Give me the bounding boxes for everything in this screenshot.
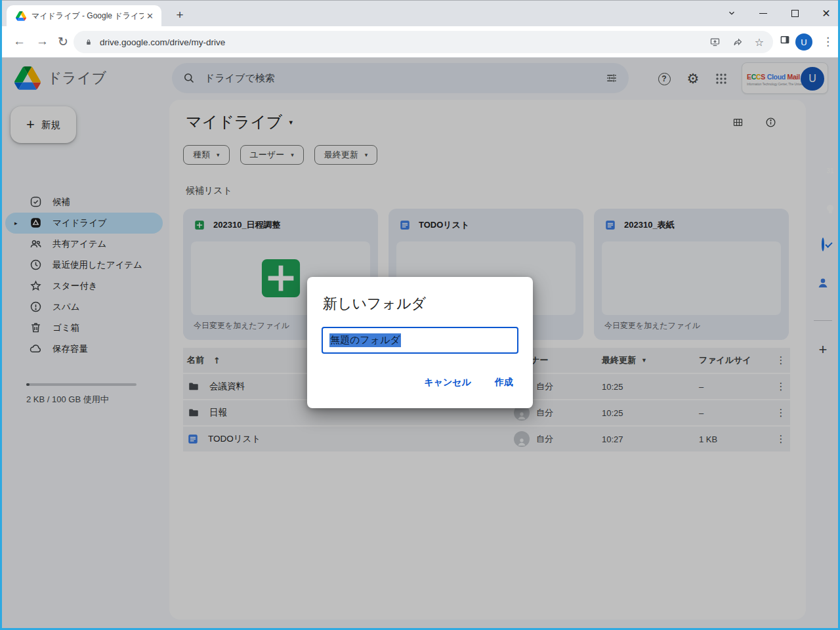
reload-icon[interactable]: ↻: [58, 34, 68, 49]
side-panel-icon[interactable]: [778, 34, 791, 46]
window-border-left: [0, 0, 2, 630]
tab-close-icon[interactable]: ✕: [144, 11, 156, 21]
folder-name-input[interactable]: 無題のフォルダ: [322, 327, 518, 354]
install-icon[interactable]: [709, 37, 721, 48]
bookmark-star-icon[interactable]: ☆: [755, 36, 764, 49]
tab-strip: マイドライブ - Google ドライブ ✕ + ✕: [0, 0, 840, 26]
browser-avatar[interactable]: U: [795, 33, 812, 51]
window-maximize-button[interactable]: [789, 7, 801, 19]
browser-tab[interactable]: マイドライブ - Google ドライブ ✕: [7, 5, 161, 26]
tab-search-chevron-icon[interactable]: [726, 7, 738, 19]
drive-favicon-icon: [16, 11, 26, 21]
forward-icon[interactable]: →: [36, 34, 49, 49]
address-bar[interactable]: drive.google.com/drive/my-drive ☆: [74, 31, 773, 53]
dialog-title: 新しいフォルダ: [323, 294, 426, 314]
window-border-top: [0, 0, 840, 1]
new-tab-button[interactable]: +: [171, 6, 189, 24]
url-text: drive.google.com/drive/my-drive: [100, 37, 709, 47]
new-folder-dialog: 新しいフォルダ 無題のフォルダ キャンセル 作成: [307, 277, 533, 408]
screen: マイドライブ - Google ドライブ ✕ + ✕ ← → ↻ drive.g…: [0, 0, 840, 630]
share-icon[interactable]: [732, 37, 744, 48]
browser-menu-kebab-icon[interactable]: ⋮: [822, 35, 833, 49]
tab-title: マイドライブ - Google ドライブ: [32, 10, 144, 22]
selected-input-text: 無題のフォルダ: [329, 333, 401, 347]
window-minimize-button[interactable]: [757, 7, 769, 19]
window-close-button[interactable]: ✕: [820, 7, 832, 19]
cancel-button[interactable]: キャンセル: [424, 377, 471, 388]
create-button[interactable]: 作成: [495, 377, 513, 388]
lock-icon: [84, 37, 93, 47]
back-icon[interactable]: ←: [13, 34, 26, 49]
